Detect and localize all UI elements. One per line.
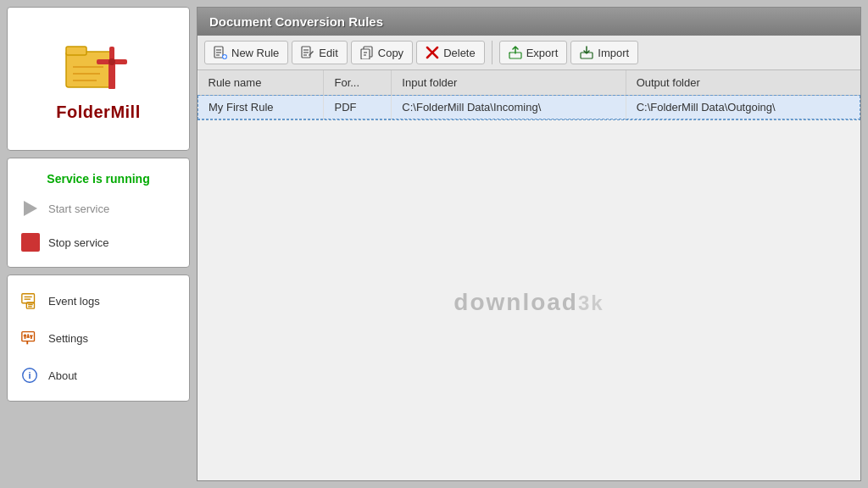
- delete-button[interactable]: Delete: [416, 41, 485, 64]
- cell-rule-name: My First Rule: [198, 96, 324, 119]
- export-button[interactable]: Export: [499, 41, 568, 64]
- svg-rect-39: [361, 49, 370, 59]
- col-for: For...: [324, 70, 392, 96]
- stop-service-button[interactable]: Stop service: [18, 231, 179, 253]
- col-output-folder: Output folder: [626, 70, 860, 96]
- delete-label: Delete: [443, 47, 476, 59]
- col-rule-name: Rule name: [198, 70, 324, 96]
- sidebar-item-settings[interactable]: Settings: [8, 319, 189, 357]
- svg-rect-11: [22, 294, 35, 303]
- rules-table-container: Rule name For... Input folder Output fol…: [198, 70, 860, 480]
- event-logs-icon: [19, 291, 40, 311]
- app-name: FolderMill: [56, 103, 140, 122]
- toolbar: New Rule Edit: [198, 36, 860, 70]
- play-icon: [21, 199, 40, 218]
- stop-service-label: Stop service: [48, 236, 109, 249]
- import-button[interactable]: Import: [570, 41, 638, 64]
- edit-icon: [301, 46, 314, 59]
- toolbar-separator: [492, 41, 492, 64]
- new-rule-label: New Rule: [231, 47, 279, 59]
- panel-title: Document Conversion Rules: [209, 14, 383, 29]
- about-nav-label: About: [48, 369, 77, 382]
- main-panel: Document Conversion Rules New Rule: [197, 7, 861, 481]
- cell-output-folder: C:\FolderMill Data\Outgoing\: [626, 96, 860, 119]
- about-icon: i: [19, 365, 40, 385]
- event-logs-nav-label: Event logs: [48, 295, 100, 308]
- import-label: Import: [598, 47, 629, 59]
- stop-icon: [21, 233, 40, 252]
- settings-nav-label: Settings: [48, 332, 88, 345]
- nav-panel: Event logs Settings: [7, 274, 190, 402]
- table-header-row: Rule name For... Input folder Output fol…: [198, 70, 860, 96]
- copy-icon: [360, 46, 374, 59]
- sidebar-item-event-logs[interactable]: Event logs: [8, 282, 189, 319]
- sidebar: FolderMill Service is running Start serv…: [0, 0, 197, 488]
- edit-label: Edit: [319, 47, 337, 59]
- new-rule-button[interactable]: New Rule: [204, 41, 288, 64]
- service-status-label: Service is running: [18, 172, 179, 186]
- start-service-label: Start service: [48, 202, 109, 215]
- import-icon: [580, 46, 593, 59]
- svg-text:i: i: [28, 370, 31, 380]
- watermark: download3k: [453, 289, 604, 316]
- logo-panel: FolderMill: [7, 7, 190, 151]
- svg-rect-0: [66, 52, 114, 87]
- service-panel: Service is running Start service Stop se…: [7, 158, 190, 268]
- watermark-suffix: 3k: [578, 291, 604, 314]
- settings-icon: [19, 328, 40, 348]
- new-rule-icon: [214, 46, 227, 59]
- title-bar: Document Conversion Rules: [198, 8, 860, 36]
- main-content-area: Document Conversion Rules New Rule: [197, 0, 868, 488]
- delete-icon: [426, 46, 439, 59]
- svg-rect-1: [66, 47, 86, 55]
- edit-button[interactable]: Edit: [292, 41, 347, 64]
- svg-point-7: [108, 58, 115, 65]
- cell-input-folder: C:\FolderMill Data\Incoming\: [392, 96, 626, 119]
- cell-for: PDF: [324, 96, 392, 119]
- col-input-folder: Input folder: [392, 70, 626, 96]
- copy-label: Copy: [378, 47, 403, 59]
- foldermill-logo-icon: [64, 36, 132, 96]
- rules-table: Rule name For... Input folder Output fol…: [198, 70, 860, 119]
- sidebar-item-about[interactable]: i About: [8, 357, 189, 394]
- export-label: Export: [526, 47, 559, 59]
- copy-button[interactable]: Copy: [351, 41, 413, 64]
- start-service-button[interactable]: Start service: [18, 197, 179, 219]
- table-row[interactable]: My First Rule PDF C:\FolderMill Data\Inc…: [198, 96, 860, 119]
- export-icon: [509, 46, 522, 59]
